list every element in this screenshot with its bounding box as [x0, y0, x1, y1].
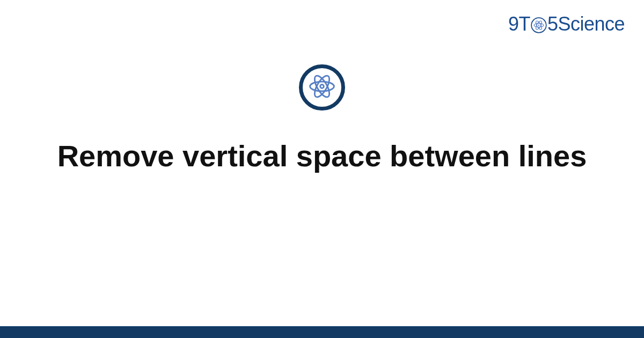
- atom-icon: [531, 17, 547, 33]
- svg-point-5: [310, 82, 334, 91]
- atom-icon: [307, 71, 337, 104]
- page-title: Remove vertical space between lines: [57, 138, 587, 174]
- svg-point-8: [320, 85, 324, 89]
- hero-section: Remove vertical space between lines: [0, 64, 644, 174]
- hero-icon-ring: [299, 64, 345, 111]
- brand-logo: 9T 5Science: [508, 13, 625, 35]
- brand-text-post: 5Science: [547, 13, 625, 35]
- svg-point-4: [538, 25, 539, 26]
- brand-text-pre: 9T: [508, 13, 530, 35]
- footer-bar: [0, 326, 644, 338]
